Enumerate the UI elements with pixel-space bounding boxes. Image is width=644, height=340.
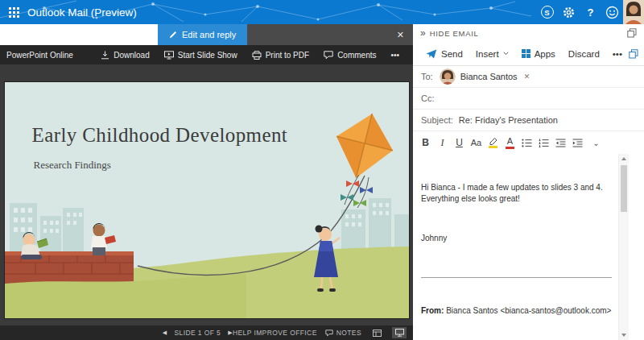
popout-reading-pane-button[interactable] xyxy=(627,28,637,38)
compose-toolbar: Send Insert Apps Discard ••• xyxy=(413,42,644,66)
insert-button[interactable]: Insert xyxy=(469,49,515,59)
scroll-up-button[interactable] xyxy=(619,154,629,164)
slide-subtitle: Research Findings xyxy=(34,159,111,172)
scrollbar-track[interactable] xyxy=(619,164,629,330)
email-pane: » HIDE EMAIL Send Insert Apps Discard xyxy=(413,24,644,340)
numbered-list-icon xyxy=(539,139,549,147)
bullet-list-button[interactable] xyxy=(518,134,535,151)
remove-recipient-button[interactable]: ✕ xyxy=(524,73,530,81)
comments-label: Comments xyxy=(337,51,376,60)
notes-button[interactable]: NOTES xyxy=(325,329,361,337)
highlighter-icon xyxy=(489,137,498,145)
compose-more-button[interactable]: ••• xyxy=(606,49,629,59)
hide-email-label: HIDE EMAIL xyxy=(430,29,479,38)
quoted-header: From: Bianca Santos <bianca-santos@outlo… xyxy=(421,305,612,316)
ppt-more-button[interactable]: ••• xyxy=(383,45,407,64)
notes-label: NOTES xyxy=(336,329,361,337)
chevron-down-icon xyxy=(503,52,509,56)
open-message-new-window-button[interactable] xyxy=(629,49,638,59)
pencil-icon xyxy=(169,31,177,39)
help-icon: ? xyxy=(588,6,594,19)
cc-label: Cc: xyxy=(421,93,435,103)
slide-title: Early Childhood Development xyxy=(32,124,288,147)
print-to-pdf-button[interactable]: Print to PDF xyxy=(245,45,316,64)
recipient-avatar xyxy=(440,68,456,85)
font-color-button[interactable]: A xyxy=(502,134,518,151)
subject-field[interactable]: Subject: Re: Friday's Presentation xyxy=(413,110,644,131)
decrease-indent-button[interactable] xyxy=(552,134,569,151)
recipient-chip[interactable]: Bianca Santos ✕ xyxy=(440,68,530,85)
hide-email-button[interactable]: » HIDE EMAIL xyxy=(420,28,479,38)
font-color-glyph: A xyxy=(507,137,513,146)
more-dots-icon: ••• xyxy=(390,51,399,60)
highlight-button[interactable] xyxy=(485,134,502,151)
normal-view-icon xyxy=(373,330,382,337)
format-more-button[interactable]: ⌄ xyxy=(588,134,605,151)
comments-button[interactable]: Comments xyxy=(316,45,383,64)
gear-icon xyxy=(562,6,576,19)
feedback-button[interactable] xyxy=(601,0,623,24)
apps-button[interactable]: Apps xyxy=(515,49,562,59)
skype-button[interactable]: S xyxy=(536,0,558,24)
print-label: Print to PDF xyxy=(266,51,309,60)
avatar-photo xyxy=(623,0,644,24)
discard-button[interactable]: Discard xyxy=(562,49,606,59)
more-dots-icon: ••• xyxy=(613,49,622,59)
viewer-status-bar: ◀ SLIDE 1 OF 5 ▶ HELP IMPROVE OFFICE NOT… xyxy=(0,325,413,340)
start-slideshow-button[interactable]: Start Slide Show xyxy=(157,45,245,64)
top-bar: Outlook Mail (Preview) S ? xyxy=(0,0,644,24)
normal-view-button[interactable] xyxy=(369,327,384,338)
numbered-list-button[interactable] xyxy=(535,134,552,151)
italic-button[interactable]: I xyxy=(434,134,451,151)
printer-icon xyxy=(252,51,262,60)
message-body-area: Hi Bianca - I made a few updates to slid… xyxy=(413,154,644,340)
scroll-down-button[interactable] xyxy=(619,330,629,340)
download-label: Download xyxy=(114,51,149,60)
highlight-color-swatch xyxy=(489,146,497,148)
increase-indent-button[interactable] xyxy=(569,134,586,151)
app-launcher-button[interactable] xyxy=(0,0,27,24)
to-field[interactable]: To: Bianca Santos ✕ xyxy=(413,66,644,88)
scrollbar[interactable] xyxy=(618,154,629,340)
edit-and-reply-button[interactable]: Edit and reply xyxy=(158,24,247,45)
slideshow-icon xyxy=(164,51,174,60)
bold-button[interactable]: B xyxy=(417,134,434,151)
message-body-editor[interactable]: Hi Bianca - I made a few updates to slid… xyxy=(413,154,618,340)
bullet-list-icon xyxy=(522,139,532,147)
hide-email-row: » HIDE EMAIL xyxy=(413,24,644,42)
message-intro: Hi Bianca - I made a few updates to slid… xyxy=(421,182,612,205)
app-title: Outlook Mail (Preview) xyxy=(27,6,137,19)
send-button[interactable]: Send xyxy=(419,49,469,59)
message-signature: Johnny xyxy=(421,233,612,244)
slide-illustration xyxy=(5,82,409,318)
to-label: To: xyxy=(421,72,433,81)
account-avatar[interactable] xyxy=(623,0,644,24)
slideshow-view-button[interactable] xyxy=(392,327,407,338)
collapse-chevrons-icon: » xyxy=(420,28,426,38)
ppt-app-name: PowerPoint Online xyxy=(6,51,73,60)
ppt-viewer-pane: Edit and reply ✕ PowerPoint Online Downl… xyxy=(0,24,413,340)
download-button[interactable]: Download xyxy=(93,45,156,64)
ppt-toolbar: PowerPoint Online Download Start Slide S… xyxy=(0,45,413,64)
scrollbar-thumb[interactable] xyxy=(621,165,627,212)
cc-field[interactable]: Cc: xyxy=(413,88,644,110)
close-preview-button[interactable]: ✕ xyxy=(388,30,413,40)
settings-button[interactable] xyxy=(558,0,580,24)
viewer-tabstrip: Edit and reply ✕ xyxy=(0,24,413,45)
smiley-icon xyxy=(605,6,619,19)
edit-and-reply-label: Edit and reply xyxy=(182,30,236,39)
format-toolbar: B I U Aa A xyxy=(413,131,644,154)
scroll-down-icon xyxy=(621,334,626,337)
slide: Early Childhood Development Research Fin… xyxy=(5,82,409,318)
previous-slide-button[interactable]: ◀ xyxy=(163,330,167,336)
font-button[interactable]: Aa xyxy=(468,134,485,151)
slide-canvas-area: Early Childhood Development Research Fin… xyxy=(0,64,413,325)
quote-divider xyxy=(421,277,612,278)
scroll-up-icon xyxy=(621,157,626,160)
download-icon xyxy=(101,51,109,60)
skype-icon: S xyxy=(541,6,554,19)
discard-label: Discard xyxy=(568,49,600,59)
help-button[interactable]: ? xyxy=(580,0,601,24)
underline-button[interactable]: U xyxy=(451,134,468,151)
help-improve-office-link[interactable]: HELP IMPROVE OFFICE xyxy=(233,329,317,337)
